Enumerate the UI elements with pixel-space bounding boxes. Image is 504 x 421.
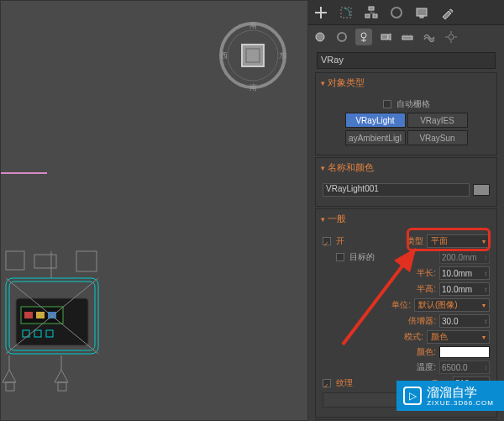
autogrid-checkbox[interactable] <box>383 100 391 108</box>
shapes-icon[interactable] <box>333 29 350 45</box>
helpers-icon[interactable] <box>399 29 416 45</box>
svg-rect-24 <box>6 382 14 391</box>
vrayies-button[interactable]: VRayIES <box>407 113 468 128</box>
watermark-sub: ZIXUE.3D66.COM <box>427 399 494 407</box>
half-height-spinner[interactable]: 10.0mm <box>439 282 490 296</box>
viewcube[interactable]: 南 南 西 东 <box>215 18 291 93</box>
geometry-icon[interactable] <box>312 29 328 45</box>
type-label: 类型 <box>407 235 423 247</box>
svg-rect-35 <box>417 8 427 16</box>
svg-text:南: 南 <box>249 21 257 29</box>
spacewarps-icon[interactable] <box>421 29 438 45</box>
main-toolbar <box>308 0 504 25</box>
rollup-object-type: 对象类型 自动栅格 VRayLight VRayIES ayAmbientLig… <box>315 72 497 155</box>
svg-rect-2 <box>242 45 264 66</box>
multiplier-spinner[interactable]: 30.0 <box>439 314 490 328</box>
geometry-line <box>1 172 47 174</box>
svg-rect-25 <box>58 382 66 391</box>
display-tab-icon[interactable] <box>412 3 431 22</box>
mode-dropdown[interactable]: 颜色 <box>427 330 490 344</box>
multiplier-label: 倍增器: <box>408 315 436 327</box>
modify-tab-icon[interactable] <box>337 3 355 22</box>
type-dropdown[interactable]: 平面 <box>427 234 490 248</box>
cameras-icon[interactable] <box>377 29 394 45</box>
create-category-bar <box>308 25 504 49</box>
svg-point-48 <box>449 34 454 39</box>
vraysun-button[interactable]: VRaySun <box>407 130 468 145</box>
rollup-header[interactable]: 一般 <box>316 209 496 229</box>
svg-marker-43 <box>388 34 391 40</box>
texture-checkbox[interactable] <box>323 379 331 387</box>
on-checkbox[interactable] <box>323 237 331 245</box>
vraylight-button[interactable]: VRayLight <box>345 113 406 128</box>
autogrid-label: 自动栅格 <box>396 98 430 110</box>
light-color-swatch[interactable] <box>439 346 490 358</box>
object-color-swatch[interactable] <box>473 184 490 196</box>
svg-text:东: 东 <box>279 51 286 60</box>
temperature-spinner: 6500.0 <box>439 360 490 374</box>
object-name-input[interactable]: VRayLight001 <box>323 183 470 197</box>
svg-point-39 <box>361 33 366 38</box>
svg-point-37 <box>316 33 324 41</box>
texture-label: 纹理 <box>336 377 353 389</box>
rollup-name-color: 名称和颜色 VRayLight001 <box>315 157 497 207</box>
svg-rect-14 <box>48 312 56 318</box>
temperature-label: 温度: <box>417 361 436 373</box>
utilities-tab-icon[interactable] <box>438 3 456 22</box>
command-panel: VRay 对象类型 自动栅格 VRayLight VRayIES ayAmbie… <box>308 0 504 421</box>
motion-tab-icon[interactable] <box>387 3 406 22</box>
svg-rect-36 <box>420 16 423 18</box>
target-label: 目标的 <box>349 251 375 263</box>
vrayambient-button[interactable]: ayAmbientLigl <box>345 130 406 145</box>
svg-rect-42 <box>381 34 388 39</box>
svg-rect-31 <box>373 14 377 18</box>
play-icon: ▷ <box>403 387 422 405</box>
svg-rect-20 <box>76 251 97 271</box>
svg-rect-13 <box>36 312 45 318</box>
svg-text:西: 西 <box>220 51 228 60</box>
svg-rect-19 <box>34 255 56 268</box>
viewport: 南 南 西 东 <box>0 0 308 421</box>
svg-text:南: 南 <box>249 83 257 92</box>
mode-label: 模式: <box>404 331 423 343</box>
units-dropdown[interactable]: 默认(图像) <box>414 298 490 312</box>
half-height-label: 半高: <box>417 283 436 295</box>
svg-rect-44 <box>402 36 412 39</box>
half-length-label: 半长: <box>417 267 436 279</box>
units-label: 单位: <box>391 299 411 311</box>
target-checkbox[interactable] <box>336 253 344 261</box>
watermark-text: 溜溜自学 <box>427 385 477 399</box>
rollup-header[interactable]: 名称和颜色 <box>316 158 496 177</box>
rollup-header[interactable]: 对象类型 <box>316 73 496 92</box>
renderer-dropdown[interactable]: VRay <box>317 52 496 69</box>
lights-icon[interactable] <box>355 29 372 45</box>
svg-point-38 <box>338 33 346 41</box>
hierarchy-tab-icon[interactable] <box>362 3 381 22</box>
target-dist-spinner: 200.0mm <box>439 250 490 264</box>
svg-rect-30 <box>365 14 370 18</box>
svg-rect-12 <box>24 312 33 318</box>
color-label: 颜色: <box>417 346 436 358</box>
systems-icon[interactable] <box>443 29 459 45</box>
cad-drawing <box>1 248 123 399</box>
on-label: 开 <box>336 235 344 247</box>
half-length-spinner[interactable]: 10.0mm <box>439 266 490 280</box>
watermark: ▷ 溜溜自学 ZIXUE.3D66.COM <box>396 381 504 411</box>
svg-rect-18 <box>6 251 24 270</box>
svg-rect-29 <box>369 7 374 10</box>
create-tab-icon[interactable] <box>312 3 330 22</box>
svg-point-34 <box>391 8 402 18</box>
